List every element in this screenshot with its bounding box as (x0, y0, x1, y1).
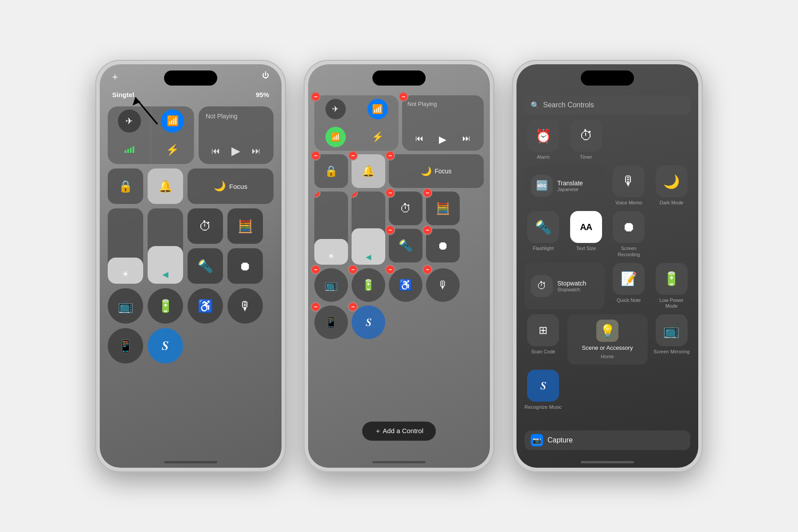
battery-btn[interactable]: 🔋 (148, 288, 183, 324)
scene-icon: 💡 (600, 324, 615, 338)
ctrl-screen-mirroring[interactable]: 📺 Screen Mirroring (653, 314, 691, 364)
minus-badge-shazam[interactable]: − (348, 302, 358, 312)
minus-badge-lock[interactable]: − (311, 151, 321, 160)
ctrl-scene-accessory[interactable]: 💡 Scene or Accessory Home (567, 314, 648, 364)
bluetooth-btn[interactable]: ⚡ (151, 135, 195, 164)
edit-remote-btn[interactable]: − 📱 (314, 305, 348, 339)
edit-lock-btn[interactable]: − 🔒 (314, 154, 348, 188)
minus-badge-connectivity[interactable]: − (311, 92, 321, 102)
minus-badge-focus[interactable]: − (385, 151, 395, 160)
ctrl-screen-recording[interactable]: ⏺ Screen Recording (610, 211, 648, 257)
minus-badge-volume[interactable]: − (352, 192, 358, 198)
minus-badge-battery[interactable]: − (348, 265, 358, 274)
mute-btn[interactable]: 🔔 (148, 168, 183, 204)
minus-badge-mute[interactable]: − (348, 151, 358, 160)
media-controls: ⏮ ▶ ⏭ (206, 144, 266, 158)
ctrl-voice-memo[interactable]: 🎙 Voice Memo (610, 165, 648, 206)
mic-icon: 🎙 (239, 299, 251, 313)
dark-mode-icon-box: 🌙 (656, 165, 688, 197)
ctrl-text-size[interactable]: AA Text Size (567, 211, 605, 257)
next-btn[interactable]: ⏭ (252, 146, 261, 156)
minus-badge-flashlight[interactable]: − (385, 225, 395, 235)
ctrl-dark-mode[interactable]: 🌙 Dark Mode (653, 165, 691, 206)
search-controls-bar[interactable]: 🔍 Search Controls (524, 95, 690, 115)
edit-mute-btn[interactable]: − 🔔 (352, 154, 385, 188)
screen-recording-icon: ⏺ (622, 219, 635, 235)
power-button-1[interactable]: ⏻ (262, 71, 269, 79)
timer-btn[interactable]: ⏱ (188, 208, 223, 244)
edit-timer-btn[interactable]: − ⏱ (389, 192, 422, 225)
minus-badge-access[interactable]: − (385, 265, 395, 274)
calculator-icon: 🧮 (238, 219, 253, 234)
edit-access-btn[interactable]: − ♿ (389, 268, 422, 302)
play-btn[interactable]: ▶ (231, 144, 240, 158)
flashlight-label: Flashlight (533, 246, 554, 251)
phone-3: 🔍 Search Controls ⏰ Alarm ⏱ Timer (512, 60, 703, 472)
edit-connectivity[interactable]: − ✈ 📶 📶 (314, 95, 399, 151)
low-power-icon-box: 🔋 (656, 263, 688, 295)
remote-btn[interactable]: 📱 (108, 328, 143, 364)
screen-mirror-icon: 📺 (118, 299, 133, 313)
accessibility-btn[interactable]: ♿ (188, 288, 223, 324)
minus-badge-remote[interactable]: − (311, 302, 321, 312)
screen-recording-label: Screen Recording (610, 246, 648, 257)
prev-btn[interactable]: ⏮ (211, 146, 220, 156)
add-controls-button[interactable]: + (112, 71, 118, 83)
edit-mirror-btn[interactable]: − 📺 (314, 268, 348, 302)
edit-record-btn[interactable]: − ⏺ (426, 229, 460, 262)
wifi-icon: 📶 (167, 115, 179, 127)
scan-code-icon: ⊞ (539, 324, 548, 336)
edit-not-playing[interactable]: − Not Playing ⏮ ▶ ⏭ (402, 95, 484, 151)
ctrl-scan-code[interactable]: ⊞ Scan Code (524, 314, 562, 364)
ctrl-quick-note[interactable]: 📝 Quick Note (610, 263, 648, 309)
ctrl-stopwatch[interactable]: ⏱ Stopwatch Stopwatch (524, 263, 605, 309)
text-size-icon: AA (580, 222, 592, 232)
ctrl-timer[interactable]: ⏱ Timer (567, 120, 605, 160)
mic-btn[interactable]: 🎙 (227, 288, 263, 324)
minus-badge-brightness[interactable]: − (314, 192, 321, 198)
brightness-icon: ☀ (121, 269, 129, 279)
edit-battery-btn[interactable]: − 🔋 (352, 268, 385, 302)
phone2-screen: − ✈ 📶 📶 (308, 64, 490, 468)
edit-np-label: Not Playing (407, 101, 478, 107)
add-control-button[interactable]: ＋ Add a Control (362, 421, 436, 441)
edit-brightness[interactable]: − ☀ (314, 192, 348, 265)
volume-slider[interactable]: ◀ (148, 208, 183, 284)
ctrl-low-power[interactable]: 🔋 Low Power Mode (653, 263, 691, 309)
minus-badge-timer[interactable]: − (385, 188, 395, 198)
not-playing-block[interactable]: Not Playing ⏮ ▶ ⏭ (199, 106, 274, 164)
edit-volume[interactable]: − ◀ (352, 192, 385, 265)
home-indicator-3 (581, 461, 634, 463)
ctrl-translate[interactable]: 🔤 Translate Japanese (524, 165, 605, 206)
ctrl-recognize-music[interactable]: 𝑺 Recognize Music (524, 370, 562, 410)
minus-badge-calc[interactable]: − (422, 188, 432, 198)
ctrl-alarm[interactable]: ⏰ Alarm (524, 120, 562, 160)
edit-focus-btn[interactable]: − 🌙 Focus (389, 154, 484, 188)
cellular-btn[interactable] (108, 135, 151, 164)
minus-badge-mirror[interactable]: − (311, 265, 321, 274)
rotation-lock-icon: 🔒 (118, 180, 133, 193)
calculator-btn[interactable]: 🧮 (227, 208, 263, 244)
minus-badge-np[interactable]: − (399, 92, 408, 102)
rotation-lock-btn[interactable]: 🔒 (108, 168, 143, 204)
ctrl-flashlight[interactable]: 🔦 Flashlight (524, 211, 562, 257)
minus-badge-record[interactable]: − (422, 225, 432, 235)
stopwatch-icon: ⏱ (537, 280, 547, 292)
record-btn[interactable]: ⏺ (227, 248, 263, 284)
add-controls-grid: ⏰ Alarm ⏱ Timer 🔤 Tra (524, 120, 690, 410)
focus-btn[interactable]: 🌙 Focus (188, 168, 274, 204)
flashlight-btn[interactable]: 🔦 (188, 248, 223, 284)
edit-flashlight-btn[interactable]: − 🔦 (389, 229, 422, 262)
scene-label: Scene or Accessory (582, 344, 633, 351)
edit-mode-grid: − ✈ 📶 📶 (314, 95, 484, 339)
edit-calc-btn[interactable]: − 🧮 (426, 192, 460, 225)
edit-mic-btn[interactable]: − 🎙 (426, 268, 460, 302)
shazam-btn[interactable]: 𝑺 (148, 328, 183, 364)
stopwatch-icon-box: ⏱ (531, 275, 553, 297)
screen-mirror-btn[interactable]: 📺 (108, 288, 143, 324)
brightness-slider[interactable]: ☀ (108, 208, 143, 284)
minus-badge-mic[interactable]: − (422, 265, 432, 274)
recognize-music-icon-box: 𝑺 (527, 370, 559, 402)
edit-shazam-btn[interactable]: − 𝑺 (352, 305, 385, 339)
capture-bar[interactable]: 📷 Capture (524, 430, 690, 450)
